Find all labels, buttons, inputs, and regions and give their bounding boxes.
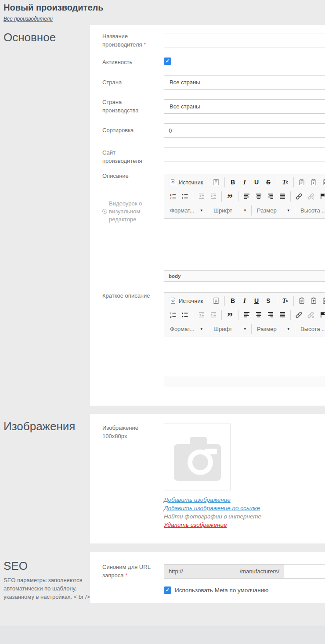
paste-word-button[interactable]: W	[320, 176, 325, 188]
height-select[interactable]: Высота ...▾	[297, 205, 325, 216]
size-select[interactable]: Размер▾	[254, 205, 292, 216]
align-center-button[interactable]	[253, 309, 264, 320]
align-left-button[interactable]	[241, 191, 253, 202]
link-button[interactable]	[293, 309, 305, 320]
align-left-button[interactable]	[241, 309, 253, 320]
format-select[interactable]: Формат...▾	[167, 205, 206, 216]
format-select[interactable]: Формат...▾	[167, 324, 206, 335]
paste-text-button[interactable]: T	[308, 176, 320, 188]
toolbar-separator	[293, 296, 294, 306]
strikethrough-button[interactable]: S	[263, 176, 274, 188]
blockquote-button[interactable]: ”	[224, 191, 236, 202]
images-panel: Изображение 100x80px Добавить изображени…	[90, 414, 325, 543]
meta-default-label: Использовать Meta по умолчанию	[175, 587, 268, 594]
strikethrough-button[interactable]: S	[263, 295, 274, 306]
editor-toolbar: ИсточникBIUSTxTW12”Формат...▾Шрифт▾Разме…	[164, 174, 325, 219]
video-tutorial-link[interactable]: Видеоурок о визуальном редакторе	[102, 200, 153, 223]
country-label: Страна	[102, 78, 154, 86]
bold-button[interactable]: B	[227, 176, 239, 188]
sort-input[interactable]	[164, 123, 325, 138]
toolbar-row: ИсточникBIUSTxTW	[167, 175, 325, 189]
editor-content-area[interactable]	[164, 337, 325, 376]
indent-button[interactable]	[207, 309, 219, 320]
numbered-list-button[interactable]: 12	[167, 309, 179, 320]
editor-toolbar: ИсточникBIUSTxTW12”Формат...▾Шрифт▾Разме…	[164, 293, 325, 337]
numbered-list-button[interactable]: 12	[167, 191, 179, 202]
templates-button[interactable]	[210, 295, 222, 306]
chevron-down-icon: ▾	[200, 327, 202, 331]
outdent-button[interactable]	[195, 309, 207, 320]
indent-icon	[209, 193, 217, 200]
align-center-button[interactable]	[253, 191, 264, 202]
outdent-button[interactable]	[195, 191, 207, 202]
underline-icon: U	[253, 297, 260, 305]
align-justify-button[interactable]	[276, 309, 288, 320]
align-justify-button[interactable]	[276, 191, 288, 202]
camera-icon	[174, 444, 221, 481]
name-input[interactable]	[164, 33, 325, 47]
toolbar-separator	[224, 177, 225, 187]
url-synonym-label: Синоним для URL запроса *	[102, 563, 157, 579]
bold-button[interactable]: B	[227, 295, 239, 306]
link-button[interactable]	[293, 191, 305, 202]
url-synonym-input[interactable]	[284, 564, 325, 579]
unlink-button[interactable]	[305, 191, 317, 202]
anchor-button[interactable]	[317, 309, 325, 320]
font-select[interactable]: Шрифт▾	[210, 205, 249, 216]
production-country-select[interactable]: Все страны	[164, 99, 325, 114]
align-right-button[interactable]	[264, 191, 276, 202]
paste-button[interactable]	[296, 295, 308, 306]
add-image-by-url-link[interactable]: Добавить изображение по ссылке	[164, 504, 261, 512]
remove-format-button[interactable]: Tx	[279, 176, 291, 188]
underline-button[interactable]: U	[251, 176, 263, 188]
source-button[interactable]: Источник	[167, 176, 206, 188]
toolbar-separator	[277, 296, 277, 306]
toolbar-separator	[224, 296, 225, 306]
editor-content-area[interactable]	[164, 219, 325, 270]
source-button[interactable]: Источник	[167, 295, 206, 306]
paste-word-button[interactable]: W	[320, 295, 325, 306]
activity-checkbox[interactable]: ✓	[164, 58, 171, 65]
svg-text:T: T	[313, 181, 315, 185]
align-center-icon	[255, 311, 262, 319]
indent-button[interactable]	[207, 191, 219, 202]
toolbar-separator	[290, 310, 291, 320]
height-select[interactable]: Высота ...▾	[297, 324, 325, 335]
remove-format-button[interactable]: Tx	[279, 295, 291, 306]
remove-format-icon: Tx	[282, 179, 289, 186]
toolbar-separator	[277, 177, 277, 187]
align-right-button[interactable]	[264, 309, 276, 320]
unlink-button[interactable]	[305, 309, 317, 320]
anchor-icon	[319, 311, 325, 319]
align-left-icon	[243, 193, 250, 200]
chevron-down-icon: ▾	[287, 208, 289, 212]
italic-button[interactable]: I	[239, 295, 251, 306]
underline-button[interactable]: U	[251, 295, 263, 306]
anchor-button[interactable]	[317, 191, 325, 202]
toolbar-separator	[208, 205, 208, 216]
all-manufacturers-link[interactable]: Все производители	[4, 16, 53, 22]
toolbar-row: ИсточникBIUSTxTW	[167, 294, 325, 308]
align-justify-icon	[278, 311, 286, 319]
find-photos-link[interactable]: Найти фотографии в интернете	[164, 512, 261, 521]
meta-default-checkbox[interactable]: ✓	[164, 586, 171, 594]
add-image-link[interactable]: Добавить изображение	[164, 496, 261, 504]
chevron-down-icon: ▾	[244, 208, 246, 212]
templates-button[interactable]	[210, 176, 222, 188]
size-select[interactable]: Размер▾	[254, 324, 292, 335]
bulleted-list-button[interactable]	[179, 191, 191, 202]
font-select[interactable]: Шрифт▾	[210, 324, 249, 335]
italic-button[interactable]: I	[239, 176, 251, 188]
country-select[interactable]: Все страны	[164, 75, 325, 90]
paste-button[interactable]	[296, 176, 308, 188]
toolbar-separator	[290, 191, 291, 201]
editor-status-bar	[164, 376, 325, 387]
bulleted-list-button[interactable]	[179, 309, 191, 320]
delete-image-link[interactable]: Удалить изображение	[164, 521, 261, 529]
paste-text-button[interactable]: T	[308, 295, 320, 306]
image-placeholder	[164, 424, 231, 490]
seo-note: SEO параметры заполняются автоматически …	[4, 576, 91, 601]
site-input[interactable]	[164, 148, 325, 162]
blockquote-button[interactable]: ”	[224, 309, 236, 320]
chevron-down-icon: ▾	[287, 327, 289, 331]
